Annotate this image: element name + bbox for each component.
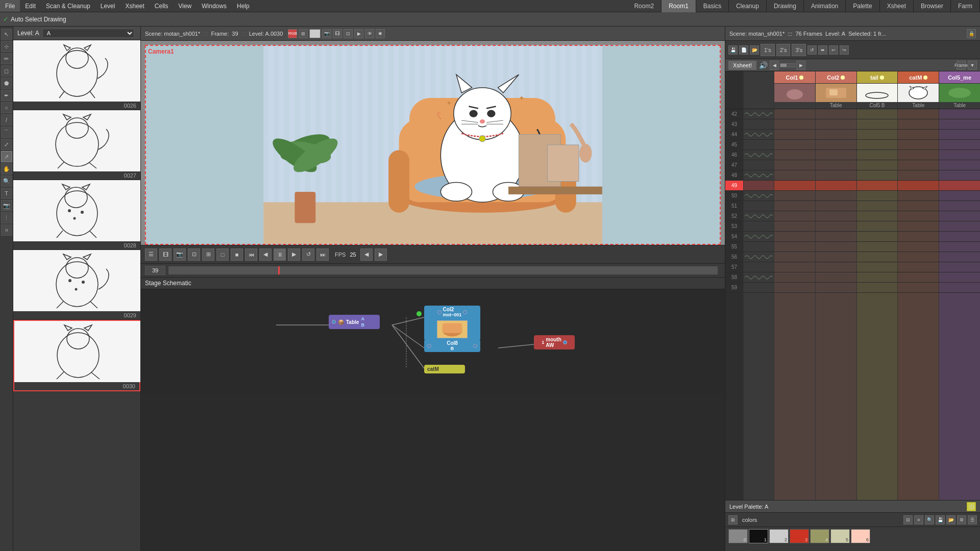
cell-col1-row43[interactable] xyxy=(774,119,815,130)
xsheet-ones[interactable]: 1's xyxy=(761,44,775,56)
cell-col5-row52[interactable] xyxy=(939,211,980,221)
tool-transform[interactable]: ⤢ xyxy=(1,139,12,150)
swatch-0[interactable]: 0 xyxy=(728,529,748,543)
cell-col5-row50[interactable] xyxy=(939,191,980,201)
icon-cam2[interactable]: 🎞 xyxy=(333,29,342,38)
xsheet-threes[interactable]: 3's xyxy=(792,44,806,56)
cell-col4-row49[interactable] xyxy=(898,181,939,191)
thumbnail-0026[interactable]: 0026 xyxy=(13,40,140,110)
cell-col4-row58[interactable] xyxy=(898,272,939,283)
tool-broom[interactable]: ⌗ xyxy=(1,224,12,236)
cell-col1-row56[interactable] xyxy=(774,252,815,262)
xsheet-frame-mode[interactable]: Frame xyxy=(957,61,966,70)
tool-camera[interactable]: 📷 xyxy=(1,200,12,211)
room-tab-animation[interactable]: Animation xyxy=(804,0,846,12)
pb-fill-btn[interactable]: ■ xyxy=(231,248,243,261)
cell-col5-row53[interactable] xyxy=(939,221,980,232)
xsheet-vol-slider[interactable] xyxy=(780,63,795,67)
tool-arrow[interactable]: ↖ xyxy=(1,29,12,40)
cell-col1-row42[interactable] xyxy=(774,109,815,119)
tool-brush[interactable]: ✏ xyxy=(1,53,12,64)
icon-rgb[interactable]: RGB xyxy=(288,29,297,38)
cell-col2-row45[interactable] xyxy=(816,140,856,150)
cell-col5-row56[interactable] xyxy=(939,252,980,262)
palette-tool-list[interactable]: ≡ xyxy=(914,515,923,524)
thumbnail-0030[interactable]: 0030 xyxy=(13,320,140,391)
menu-level[interactable]: Level xyxy=(95,0,120,12)
frame-scrubber[interactable] xyxy=(168,266,718,274)
swatch-4[interactable]: 4 xyxy=(810,529,829,543)
xsheet-col1-data[interactable] xyxy=(774,109,816,500)
thumbnail-0028[interactable]: 0028 xyxy=(13,180,140,250)
cell-col4-row51[interactable] xyxy=(898,201,939,211)
cell-col5-row48[interactable] xyxy=(939,170,980,181)
cell-col4-row52[interactable] xyxy=(898,211,939,221)
cell-col2-row57[interactable] xyxy=(816,262,856,272)
cell-col4-row59[interactable] xyxy=(898,283,939,293)
node-col8[interactable]: Col8 B xyxy=(424,339,480,352)
cell-col3-row56[interactable] xyxy=(857,252,898,262)
cell-col4-row54[interactable] xyxy=(898,232,939,242)
cell-col1-row51[interactable] xyxy=(774,201,815,211)
cell-col3-row43[interactable] xyxy=(857,119,898,130)
swatch-3[interactable]: 3 xyxy=(790,529,809,543)
palette-tool-save[interactable]: 💾 xyxy=(936,515,945,524)
cell-col5-row45[interactable] xyxy=(939,140,980,150)
room-tab-browser[interactable]: Browser xyxy=(914,0,951,12)
pb-last-btn[interactable]: ⏭ xyxy=(316,248,329,261)
menu-edit[interactable]: Edit xyxy=(20,0,41,12)
room-tab-room2[interactable]: Room2 xyxy=(627,0,662,12)
cell-col4-row44[interactable] xyxy=(898,130,939,140)
cell-col3-row57[interactable] xyxy=(857,262,898,272)
cell-col2-row43[interactable] xyxy=(816,119,856,130)
cell-col3-row44[interactable] xyxy=(857,130,898,140)
cell-col4-row45[interactable] xyxy=(898,140,939,150)
tool-line[interactable]: / xyxy=(1,114,12,126)
xsheet-twos[interactable]: 2's xyxy=(776,44,791,56)
cell-col5-row57[interactable] xyxy=(939,262,980,272)
fps-dec-btn[interactable]: ◀ xyxy=(360,248,373,261)
xsheet-btn-icon3[interactable]: ↪ xyxy=(840,45,849,55)
xsheet-btn-open[interactable]: 📂 xyxy=(750,45,759,55)
cell-col3-row59[interactable] xyxy=(857,283,898,293)
cell-col4-row50[interactable] xyxy=(898,191,939,201)
cell-col3-row51[interactable] xyxy=(857,201,898,211)
room-tab-room1[interactable]: Room1 xyxy=(662,0,696,12)
cell-col3-row45[interactable] xyxy=(857,140,898,150)
cell-col1-row44[interactable] xyxy=(774,130,815,140)
cell-col1-row50[interactable] xyxy=(774,191,815,201)
xsheet-btn-new[interactable]: 📄 xyxy=(739,45,748,55)
cell-col5-row58[interactable] xyxy=(939,272,980,283)
cell-col2-row55[interactable] xyxy=(816,242,856,252)
node-col2-mot[interactable]: Col2 mot~001 xyxy=(424,306,480,340)
tool-pen[interactable]: ✒ xyxy=(1,90,12,101)
cell-col5-row47[interactable] xyxy=(939,160,980,170)
cell-col3-row55[interactable] xyxy=(857,242,898,252)
node-catm[interactable]: catM xyxy=(424,365,465,373)
icon-cam1[interactable]: 📷 xyxy=(322,29,331,38)
xsheet-frame-dropdown[interactable]: ▼ xyxy=(968,61,977,70)
node-table[interactable]: 📦 Table A B xyxy=(329,315,380,329)
cell-col4-row47[interactable] xyxy=(898,160,939,170)
frame-number-input[interactable]: 39 xyxy=(145,266,165,275)
swatch-6[interactable]: 6 xyxy=(851,529,870,543)
xsheet-vol-left[interactable]: ◀ xyxy=(770,61,779,70)
cell-col2-row58[interactable] xyxy=(816,272,856,283)
tool-plastic[interactable]: ⋮ xyxy=(1,212,12,223)
xsheet-tab-xsheet[interactable]: Xsheet! xyxy=(728,61,756,70)
cell-col4-row46[interactable] xyxy=(898,150,939,160)
palette-tool-open[interactable]: 📂 xyxy=(946,515,955,524)
cell-col2-row59[interactable] xyxy=(816,283,856,293)
room-tab-basics[interactable]: Basics xyxy=(696,0,729,12)
tool-pointer[interactable]: ↗ xyxy=(1,151,12,162)
cell-col2-row53[interactable] xyxy=(816,221,856,232)
thumbnail-0027[interactable]: 0027 xyxy=(13,110,140,180)
cell-col4-row57[interactable] xyxy=(898,262,939,272)
cell-col4-row43[interactable] xyxy=(898,119,939,130)
tool-zoom[interactable]: 🔍 xyxy=(1,176,12,187)
cell-col4-row48[interactable] xyxy=(898,170,939,181)
cell-col3-row58[interactable] xyxy=(857,272,898,283)
pb-square-btn[interactable]: □ xyxy=(216,248,229,261)
pb-loop-btn[interactable]: ↺ xyxy=(302,248,314,261)
room-tab-farm[interactable]: Farm xyxy=(951,0,980,12)
